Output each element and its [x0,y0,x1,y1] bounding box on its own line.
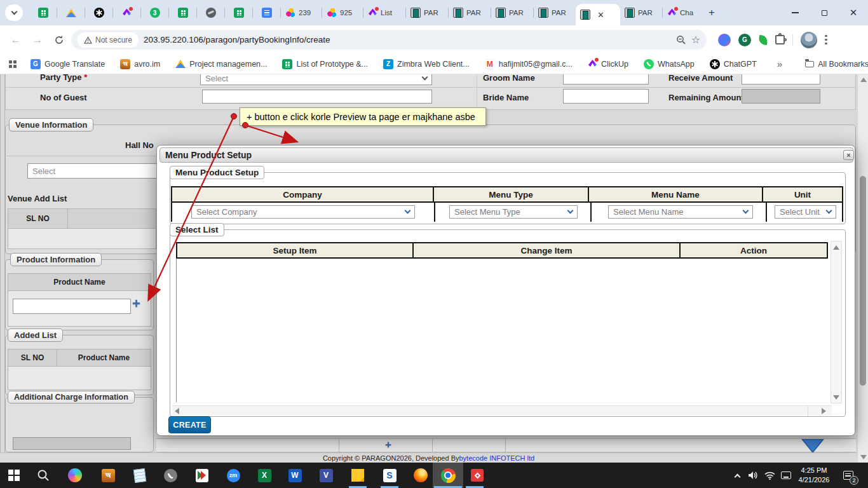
tab-search-button[interactable] [5,4,23,21]
bookmarks-overflow-chevron[interactable]: » [777,58,782,69]
list-vertical-scrollbar[interactable] [831,241,842,403]
product-name-input[interactable] [13,299,131,314]
tray-touch-keyboard-icon[interactable] [779,463,793,488]
bookmark-star-icon[interactable]: ☆ [691,34,700,46]
tray-volume-icon[interactable] [746,463,760,488]
page-scrollbar[interactable] [857,74,868,463]
add-product-button[interactable]: + [132,295,140,312]
minimize-button[interactable] [780,0,810,25]
tray-clock[interactable]: 4:25 PM 4/21/2026 [793,466,835,485]
scroll-down-indicator[interactable] [801,439,825,452]
pinned-tab-sheets-1[interactable] [29,2,57,24]
party-type-select[interactable]: Select [200,74,432,85]
taskbar-chrome-active[interactable] [433,463,463,488]
taskbar-media-player[interactable] [188,463,216,488]
pinned-tab-chatgpt[interactable] [85,2,112,24]
tab-par-5[interactable]: PAR [620,2,662,24]
notification-center-icon[interactable]: 2 [840,463,857,488]
receive-amount-input[interactable] [742,74,820,85]
taskbar-visio[interactable]: V [312,463,340,488]
tab-active[interactable]: ✕ [576,4,620,25]
bookmark-whatsapp[interactable]: WhatsApp [644,59,695,69]
taskbar-sticky-notes[interactable] [344,463,372,488]
extensions-puzzle-icon[interactable] [775,35,785,44]
dialog-close-button[interactable]: × [843,150,854,160]
profile-avatar[interactable] [801,32,817,48]
restore-button[interactable] [810,0,839,25]
taskbar-firefox[interactable] [407,463,435,488]
forward-icon[interactable]: → [28,30,47,50]
taskbar-excel[interactable]: X [250,463,278,488]
grammarly-icon[interactable]: G [738,34,751,46]
address-bar[interactable]: Not secure 203.95.220.106/paragon/partyB… [71,30,707,50]
groom-name-input[interactable] [563,74,649,85]
notepad-icon [133,468,146,482]
tab-par-4[interactable]: PAR [534,2,576,24]
new-tab-button[interactable]: + [703,4,720,21]
developer-link[interactable]: bytecode INFOTECH ltd [459,454,534,462]
company-select[interactable]: Select Company [191,205,415,219]
groom-name-label: Groom Name [483,74,535,83]
bookmark-clickup[interactable]: ClickUp [588,59,628,69]
pinned-tab-docs[interactable] [253,2,280,24]
reload-icon[interactable] [50,30,69,50]
taskbar-copilot[interactable] [61,463,89,488]
bookmark-chatgpt[interactable]: ChatGPT [710,59,757,69]
taskbar-word[interactable]: W [281,463,309,488]
tab-par-2[interactable]: PAR [449,2,491,24]
close-window-button[interactable]: ✕ [839,0,868,25]
globe-icon [206,8,216,18]
clickup-icon [667,8,677,18]
taskbar-notepad[interactable] [126,463,154,488]
pinned-tab-sheets-2[interactable] [169,2,196,24]
tab-cha[interactable]: Cha [663,2,703,24]
taskbar-search-button[interactable] [29,463,57,488]
bookmark-avro[interactable]: অavro.im [120,59,160,69]
bookmark-project-management[interactable]: Project managemen... [175,60,267,69]
taskbar-zoom[interactable]: zm [219,463,247,488]
tray-wifi-icon[interactable] [763,463,776,488]
pinned-tab-globe[interactable] [197,2,224,24]
column-unit: Unit [763,187,842,201]
bookmark-gmail[interactable]: Mhafijmit05@gmail.c... [485,59,573,69]
bookmark-google-translate[interactable]: GGoogle Translate [31,59,105,69]
kebab-menu-icon[interactable] [825,35,827,45]
tab-par-1[interactable]: PAR [406,2,448,24]
list-horizontal-scrollbar[interactable] [172,405,832,416]
folder-icon [805,61,814,67]
bookmark-list-of-prototype[interactable]: List of Prototype &... [282,59,368,69]
pinned-tab-chat[interactable]: 3 [141,2,168,24]
tab-9250[interactable]: 925 [322,2,363,24]
tab-close-icon[interactable]: ✕ [597,10,604,20]
security-chip[interactable]: Not secure [78,32,139,48]
apps-grid-icon[interactable] [9,60,17,68]
zoom-level-icon[interactable] [676,35,686,45]
start-button[interactable] [0,463,28,488]
extension-blend-icon[interactable] [718,34,731,46]
taskbar-whatsapp[interactable] [156,463,184,488]
bottom-add-button[interactable]: + [385,438,391,451]
bookmark-zimbra[interactable]: ZZimbra Web Client... [383,59,470,69]
menu-name-select[interactable]: Select Menu Name [608,205,753,219]
no-of-guest-input[interactable] [202,90,432,104]
tray-chevron-up-icon[interactable] [731,463,743,488]
dialog-titlebar[interactable]: Menu Product Setup [159,147,853,163]
pinned-tab-drive[interactable] [57,2,85,24]
bride-name-input[interactable] [563,89,649,104]
create-button[interactable]: CREATE [168,416,211,433]
unit-select[interactable]: Select Unit [775,205,836,219]
menu-type-select[interactable]: Select Menu Type [449,205,578,219]
taskbar-avro-keyboard[interactable]: অ [94,463,122,488]
pinned-tab-sheets-3[interactable] [225,2,252,24]
all-bookmarks-button[interactable]: All Bookmarks [805,60,868,69]
door-icon [625,8,635,18]
back-icon[interactable]: ← [6,30,25,50]
pinned-tab-clickup[interactable] [113,2,140,24]
extension-leaf-icon[interactable] [758,34,768,44]
taskbar-snagit[interactable]: S [376,463,403,488]
tab-par-3[interactable]: PAR [491,2,533,24]
tab-list[interactable]: List [363,2,405,24]
tab-2393[interactable]: 239 [281,2,322,24]
taskbar-anydesk[interactable] [463,463,491,488]
scrollbar-thumb[interactable] [860,176,866,386]
